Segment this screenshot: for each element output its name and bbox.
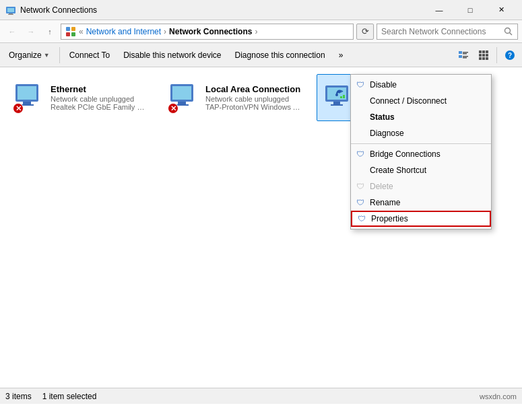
ethernet-status: Network cable unplugged <box>51 95 149 103</box>
ethernet-error-badge: ✕ <box>13 103 24 114</box>
svg-rect-2 <box>9 13 13 14</box>
change-view-button[interactable] <box>474 46 493 65</box>
minimize-button[interactable]: — <box>424 0 455 20</box>
ctx-disable[interactable]: 🛡 Disable <box>351 77 491 93</box>
svg-rect-14 <box>463 56 468 57</box>
svg-rect-12 <box>463 53 467 55</box>
svg-line-9 <box>510 32 513 35</box>
ctx-rename-label: Rename <box>370 198 400 207</box>
shield-bridge-icon: 🛡 <box>356 149 364 159</box>
ctx-rename[interactable]: 🛡 Rename <box>351 195 491 211</box>
organize-label: Organize <box>9 50 42 60</box>
ctx-connect[interactable]: Connect / Disconnect <box>351 93 491 109</box>
maximize-button[interactable]: □ <box>455 0 486 20</box>
svg-rect-39 <box>343 95 345 98</box>
local-area-name: Local Area Connection <box>205 84 304 94</box>
organize-button[interactable]: Organize ▼ <box>3 46 56 65</box>
svg-rect-4 <box>66 27 70 31</box>
window-title: Network Connections <box>20 5 97 15</box>
view-details-button[interactable] <box>454 46 473 65</box>
ctx-delete-label: Delete <box>370 182 393 191</box>
svg-rect-28 <box>18 86 36 100</box>
svg-rect-18 <box>486 50 488 53</box>
local-area-adapter: TAP-ProtonVPN Windows Ad... <box>205 103 304 111</box>
shield-disable-icon: 🛡 <box>356 80 364 90</box>
organize-arrow: ▼ <box>44 52 50 59</box>
change-view-icon <box>478 50 489 61</box>
search-box <box>377 24 518 40</box>
ctx-bridge-label: Bridge Connections <box>370 149 441 159</box>
close-button[interactable]: ✕ <box>486 0 517 20</box>
svg-rect-21 <box>486 54 488 57</box>
ctx-shortcut[interactable]: Create Shortcut <box>351 162 491 178</box>
refresh-button[interactable]: ⟳ <box>356 24 374 40</box>
ethernet-info: Ethernet Network cable unplugged Realtek… <box>51 84 149 111</box>
ctx-properties-label: Properties <box>371 214 408 223</box>
ctx-connect-label: Connect / Disconnect <box>370 96 447 106</box>
ctx-properties[interactable]: 🛡 Properties <box>351 211 491 227</box>
view-details-icon <box>458 50 469 61</box>
help-button[interactable]: ? <box>500 46 519 65</box>
svg-rect-13 <box>459 55 462 58</box>
back-button[interactable]: ← <box>4 24 20 40</box>
breadcrumb-network-connections: Network Connections <box>169 27 252 36</box>
brand-label: wsxdn.com <box>480 392 517 400</box>
toolbar-right: ? <box>454 46 519 65</box>
shield-delete-icon: 🛡 <box>356 182 364 191</box>
diagnose-button[interactable]: Diagnose this connection <box>229 46 331 65</box>
svg-rect-32 <box>172 86 191 100</box>
connect-to-button[interactable]: Connect To <box>63 46 117 65</box>
local-area-error-badge: ✕ <box>168 103 178 114</box>
svg-rect-16 <box>479 50 482 53</box>
svg-point-8 <box>505 28 511 33</box>
ctx-disable-label: Disable <box>370 80 397 90</box>
disable-button[interactable]: Disable this network device <box>117 46 227 65</box>
ctx-status-label: Status <box>370 112 395 122</box>
breadcrumb-network-internet[interactable]: Network and Internet <box>86 27 161 36</box>
search-icon <box>504 27 513 36</box>
toolbar: Organize ▼ Connect To Disable this netwo… <box>0 43 522 67</box>
local-area-status: Network cable unplugged <box>205 95 304 103</box>
ctx-bridge[interactable]: 🛡 Bridge Connections <box>351 146 491 162</box>
svg-text:?: ? <box>508 52 512 59</box>
ctx-sep-1 <box>351 143 491 144</box>
ethernet-icon-wrap: ✕ <box>13 81 45 114</box>
wifi-icon <box>323 81 351 110</box>
more-label: » <box>339 50 344 60</box>
window-icon <box>5 5 16 15</box>
local-area-info: Local Area Connection Network cable unpl… <box>205 84 304 111</box>
svg-rect-23 <box>482 57 485 60</box>
ethernet-adapter: Realtek PCIe GbE Family Cont... <box>51 103 149 111</box>
ethernet-item[interactable]: ✕ Ethernet Network cable unplugged Realt… <box>7 74 155 121</box>
more-button[interactable]: » <box>333 46 350 65</box>
ctx-diagnose[interactable]: Diagnose <box>351 125 491 141</box>
svg-rect-6 <box>66 32 70 36</box>
breadcrumb-sep1: « <box>79 27 84 36</box>
ctx-shortcut-label: Create Shortcut <box>370 166 426 175</box>
up-button[interactable]: ↑ <box>42 24 58 40</box>
shield-rename-icon: 🛡 <box>356 198 364 207</box>
control-panel-icon <box>65 26 76 37</box>
ethernet-name: Ethernet <box>51 84 149 94</box>
search-input[interactable] <box>381 27 501 36</box>
svg-rect-7 <box>71 32 75 36</box>
disable-label: Disable this network device <box>123 50 221 60</box>
ctx-status[interactable]: Status <box>351 109 491 125</box>
main-area: ✕ Ethernet Network cable unplugged Realt… <box>0 67 522 404</box>
help-icon: ? <box>504 50 515 61</box>
local-area-item[interactable]: ✕ Local Area Connection Network cable un… <box>162 74 310 121</box>
ctx-diagnose-label: Diagnose <box>370 129 404 138</box>
svg-rect-19 <box>479 54 482 57</box>
svg-rect-17 <box>482 50 485 53</box>
shield-properties-icon: 🛡 <box>358 214 366 223</box>
svg-rect-40 <box>333 102 340 104</box>
svg-rect-22 <box>479 57 482 60</box>
breadcrumb-arrow2: › <box>255 27 257 36</box>
item-count: 3 items <box>5 392 32 401</box>
forward-button[interactable]: → <box>23 24 39 40</box>
svg-rect-41 <box>331 104 343 106</box>
breadcrumb-arrow1: › <box>164 27 166 36</box>
local-area-icon-wrap: ✕ <box>168 81 200 114</box>
status-bar: 3 items 1 item selected wsxdn.com <box>0 388 522 404</box>
svg-rect-33 <box>178 102 186 104</box>
